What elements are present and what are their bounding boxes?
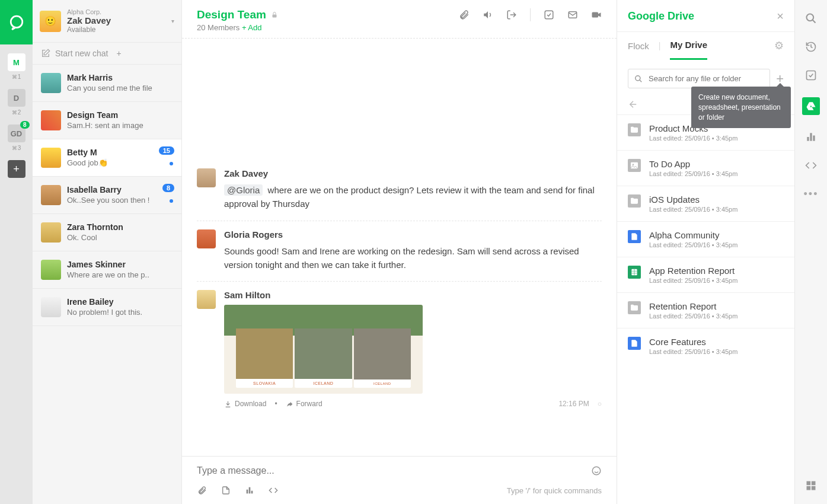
drive-file-item[interactable]: Retention ReportLast edited: 25/09/16 • … bbox=[617, 292, 794, 328]
plus-icon[interactable]: + bbox=[117, 49, 174, 58]
drive-file-list: Product MocksLast edited: 25/09/16 • 3:4… bbox=[617, 114, 794, 504]
profile-header[interactable]: 🙂 Alpha Corp. Zak Davey Available ▾ bbox=[33, 0, 181, 42]
message-text: Sounds good! Sam and Irene are working o… bbox=[224, 244, 602, 272]
conversation-item[interactable]: Zara Thornton Ok. Cool bbox=[33, 214, 181, 251]
tab-flock[interactable]: Flock bbox=[628, 41, 649, 59]
drive-file-item[interactable]: Alpha CommunityLast edited: 25/09/16 • 3… bbox=[617, 221, 794, 257]
code-app-icon[interactable] bbox=[804, 159, 818, 172]
compose-icon bbox=[41, 49, 50, 58]
chat-panel: Design Team 20 Members + Add bbox=[182, 0, 617, 504]
image-attachment[interactable]: SLOVAKIA ICELAND ICELAND bbox=[224, 305, 423, 394]
history-icon[interactable] bbox=[804, 40, 818, 53]
poll-icon[interactable] bbox=[244, 485, 255, 496]
analytics-icon[interactable] bbox=[804, 130, 818, 143]
message: Zak Davey @Gloria where are we on the pr… bbox=[197, 160, 602, 221]
svg-rect-7 bbox=[249, 487, 251, 494]
search-icon[interactable] bbox=[804, 12, 818, 25]
drive-search[interactable] bbox=[628, 69, 770, 88]
download-link[interactable]: Download bbox=[224, 400, 266, 408]
chat-title: Design Team bbox=[197, 8, 266, 21]
timestamp: 12:16 PM bbox=[558, 400, 589, 408]
google-drive-app-icon[interactable] bbox=[802, 97, 820, 115]
attach-icon[interactable] bbox=[459, 9, 470, 20]
note-icon[interactable] bbox=[221, 485, 231, 496]
avatar bbox=[197, 290, 216, 309]
svg-point-0 bbox=[11, 16, 23, 27]
workspace-gd[interactable]: GD 8 bbox=[8, 125, 25, 142]
start-new-chat[interactable]: Start new chat + bbox=[33, 42, 181, 65]
conversation-item[interactable]: James Skinner Where are we on the p.. bbox=[33, 251, 181, 289]
drive-file-item[interactable]: App Retention ReportLast edited: 25/09/1… bbox=[617, 257, 794, 292]
profile-avatar: 🙂 bbox=[40, 11, 61, 32]
svg-rect-1 bbox=[272, 15, 276, 18]
svg-rect-4 bbox=[592, 12, 599, 18]
org-name: Alpha Corp. bbox=[67, 8, 165, 15]
apps-grid-icon[interactable] bbox=[804, 479, 818, 492]
conversation-item[interactable]: Isabella Barry Ok..See you soon then ! 8 bbox=[33, 177, 181, 214]
unread-badge: 8 bbox=[162, 184, 174, 192]
conversation-item[interactable]: Irene Bailey No problem! I got this. bbox=[33, 289, 181, 326]
message-input[interactable] bbox=[197, 465, 591, 476]
attach-icon[interactable] bbox=[197, 485, 207, 496]
unread-dot bbox=[170, 162, 173, 165]
add-workspace-button[interactable]: + bbox=[8, 160, 25, 178]
avatar bbox=[41, 148, 61, 168]
conversation-item[interactable]: Betty M Good job👏 15 bbox=[33, 139, 181, 177]
image-icon bbox=[628, 159, 641, 172]
tooltip: Create new document, spreadsheet, presen… bbox=[691, 87, 791, 128]
drive-file-item[interactable]: Core FeaturesLast edited: 25/09/16 • 3:4… bbox=[617, 328, 794, 363]
folder-icon bbox=[628, 194, 641, 208]
conversation-item[interactable]: Design Team Sam.H: sent an image bbox=[33, 102, 181, 139]
mail-icon[interactable] bbox=[567, 9, 578, 20]
doc-icon bbox=[628, 230, 641, 243]
more-icon[interactable]: ••• bbox=[804, 187, 818, 200]
avatar bbox=[41, 260, 61, 280]
code-icon[interactable] bbox=[268, 485, 279, 496]
message-author: Zak Davey bbox=[224, 168, 602, 178]
folder-icon bbox=[628, 123, 641, 136]
avatar bbox=[41, 222, 61, 243]
command-hint: Type '/' for quick commands bbox=[507, 486, 602, 495]
message-text: @Gloria where are we on the product desi… bbox=[224, 183, 602, 211]
lock-icon bbox=[271, 11, 278, 18]
drive-file-item[interactable]: iOS UpdatesLast edited: 25/09/16 • 3:45p… bbox=[617, 186, 794, 221]
conversation-item[interactable]: Mark Harris Can you send me the file bbox=[33, 65, 181, 102]
close-icon[interactable]: × bbox=[777, 9, 784, 23]
unread-dot bbox=[170, 199, 173, 203]
workspace-m-shortcut: ⌘1 bbox=[12, 74, 21, 80]
leave-icon[interactable] bbox=[506, 9, 517, 20]
svg-rect-19 bbox=[810, 133, 812, 141]
svg-rect-20 bbox=[813, 136, 815, 141]
svg-rect-23 bbox=[807, 486, 811, 490]
members-count: 20 Members bbox=[197, 23, 240, 32]
svg-rect-24 bbox=[812, 486, 816, 490]
avatar bbox=[41, 73, 61, 93]
workspace-gd-shortcut: ⌘3 bbox=[12, 145, 21, 151]
svg-point-16 bbox=[807, 14, 814, 21]
tab-mydrive[interactable]: My Drive bbox=[670, 40, 707, 60]
svg-rect-18 bbox=[807, 137, 809, 141]
add-member-link[interactable]: + Add bbox=[242, 23, 262, 32]
app-logo[interactable] bbox=[0, 0, 33, 44]
drive-file-item[interactable]: To Do AppLast edited: 25/09/16 • 3:45pm bbox=[617, 150, 794, 186]
separator bbox=[530, 8, 531, 21]
workspace-m[interactable]: M bbox=[8, 53, 25, 71]
sound-icon[interactable] bbox=[483, 9, 493, 20]
emoji-icon[interactable] bbox=[591, 465, 602, 476]
download-icon bbox=[224, 400, 232, 408]
message-composer: Type '/' for quick commands bbox=[182, 456, 617, 504]
chevron-down-icon[interactable]: ▾ bbox=[171, 18, 174, 24]
forward-link[interactable]: Forward bbox=[286, 400, 323, 408]
mention[interactable]: @Gloria bbox=[224, 184, 263, 196]
svg-rect-22 bbox=[812, 481, 816, 486]
sheet-icon bbox=[628, 266, 641, 279]
todo-app-icon[interactable] bbox=[804, 69, 818, 82]
svg-rect-6 bbox=[247, 490, 248, 494]
drive-panel: Google Drive × Flock | My Drive ⚙ + Crea… bbox=[617, 0, 794, 504]
workspace-d[interactable]: D bbox=[8, 89, 25, 107]
drive-search-input[interactable] bbox=[649, 74, 764, 83]
conversation-list: Mark Harris Can you send me the file Des… bbox=[33, 65, 181, 504]
video-icon[interactable] bbox=[591, 9, 602, 20]
gear-icon[interactable]: ⚙ bbox=[774, 39, 784, 60]
todo-icon[interactable] bbox=[544, 9, 554, 20]
